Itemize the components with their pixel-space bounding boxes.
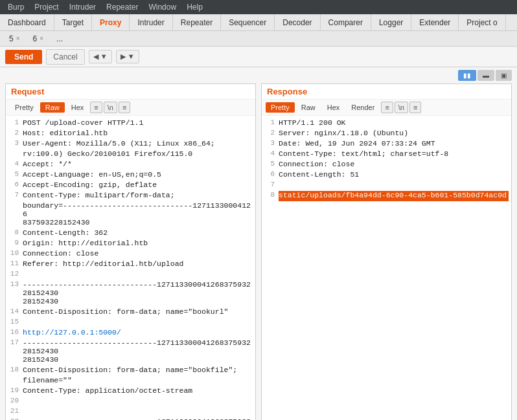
request-line-3: rv:109.0) Gecko/20100101 Firefox/115.0 bbox=[6, 149, 255, 160]
res-fmt-render[interactable]: Render bbox=[346, 102, 380, 113]
menu-help[interactable]: Help bbox=[181, 1, 208, 13]
tab-project[interactable]: Project o bbox=[459, 14, 505, 30]
request-line-22: 18Content-Disposition: form-data; name="… bbox=[6, 366, 255, 376]
menu-window[interactable]: Window bbox=[143, 1, 181, 13]
request-format-tabs: Pretty Raw Hex ≡ \n ≡ bbox=[6, 100, 255, 116]
response-line-7: 8static/uploads/fb4a94dd-6c90-4ca5-b601-… bbox=[262, 191, 511, 201]
tab-dashboard[interactable]: Dashboard bbox=[0, 14, 54, 30]
tab-proxy[interactable]: Proxy bbox=[92, 14, 130, 30]
menu-bar: Burp Project Intruder Repeater Window He… bbox=[0, 0, 517, 14]
menu-intruder[interactable]: Intruder bbox=[64, 1, 101, 13]
response-panel: Response Pretty Raw Hex Render ≡ \n ≡ 1H… bbox=[261, 83, 512, 420]
request-line-17: 14Content-Disposition: form-data; name="… bbox=[6, 307, 255, 318]
nav-back-button[interactable]: ◀ ▼ bbox=[89, 50, 112, 63]
request-line-21: 28152430 bbox=[6, 355, 255, 366]
request-line-5: 5Accept-Language: en-US,en;q=0.5 bbox=[6, 170, 255, 181]
request-line-8: boundary=-----------------------------12… bbox=[6, 201, 255, 218]
view-single[interactable]: ▣ bbox=[496, 70, 512, 81]
request-line-26: 21 bbox=[6, 407, 255, 417]
subtab-more[interactable]: ... bbox=[50, 33, 69, 45]
subtab-6-close[interactable]: × bbox=[40, 35, 43, 42]
res-fmt-raw[interactable]: Raw bbox=[296, 102, 321, 113]
request-code-area[interactable]: 1POST /upload-cover HTTP/1.12Host: edito… bbox=[6, 116, 255, 420]
panels: Request Pretty Raw Hex ≡ \n ≡ 1POST /upl… bbox=[0, 83, 517, 420]
send-button[interactable]: Send bbox=[5, 50, 42, 64]
response-code-area[interactable]: 1HTTP/1.1 200 OK2Server: nginx/1.18.0 (U… bbox=[262, 116, 511, 420]
cancel-button[interactable]: Cancel bbox=[46, 49, 84, 65]
toolbar: Send Cancel ◀ ▼ ▶ ▼ bbox=[0, 47, 517, 67]
request-line-18: 15 bbox=[6, 318, 255, 328]
request-line-14: 12 bbox=[6, 270, 255, 280]
request-line-16: 28152430 bbox=[6, 297, 255, 307]
req-fmt-icon2[interactable]: \n bbox=[104, 102, 117, 113]
request-line-23: filename="" bbox=[6, 376, 255, 386]
tab-extender[interactable]: Extender bbox=[411, 14, 459, 30]
tab-logger[interactable]: Logger bbox=[371, 14, 411, 30]
subtab-5[interactable]: 5 × bbox=[3, 33, 27, 45]
view-toggle: ▮▮ ▬ ▣ bbox=[0, 67, 517, 83]
view-split-vert[interactable]: ▬ bbox=[477, 70, 494, 81]
req-fmt-raw[interactable]: Raw bbox=[40, 102, 65, 113]
request-panel-header: Request bbox=[6, 84, 255, 100]
res-fmt-icon2[interactable]: \n bbox=[395, 102, 408, 113]
view-split-horiz[interactable]: ▮▮ bbox=[458, 70, 476, 81]
menu-project[interactable]: Project bbox=[29, 1, 63, 13]
menu-repeater[interactable]: Repeater bbox=[101, 1, 143, 13]
tab-repeater[interactable]: Repeater bbox=[173, 14, 221, 30]
request-line-15: 13------------------------------12711330… bbox=[6, 280, 255, 297]
tab-decoder[interactable]: Decoder bbox=[275, 14, 320, 30]
request-line-2: 3User-Agent: Mozilla/5.0 (X11; Linux x86… bbox=[6, 139, 255, 149]
request-line-4: 4Accept: */* bbox=[6, 160, 255, 170]
request-line-27: 22------------------------------12711330… bbox=[6, 417, 255, 420]
request-line-9: 837593228152430 bbox=[6, 218, 255, 228]
request-line-7: 7Content-Type: multipart/form-data; bbox=[6, 191, 255, 201]
subtab-5-close[interactable]: × bbox=[16, 35, 20, 42]
req-fmt-pretty[interactable]: Pretty bbox=[10, 102, 39, 113]
response-line-3: 4Content-Type: text/html; charset=utf-8 bbox=[262, 149, 511, 160]
response-line-5: 6Content-Length: 51 bbox=[262, 170, 511, 181]
response-format-tabs: Pretty Raw Hex Render ≡ \n ≡ bbox=[262, 100, 511, 116]
tab-sequencer[interactable]: Sequencer bbox=[221, 14, 275, 30]
tab-intruder[interactable]: Intruder bbox=[130, 14, 172, 30]
tab-bar: Dashboard Target Proxy Intruder Repeater… bbox=[0, 14, 517, 31]
request-line-0: 1POST /upload-cover HTTP/1.1 bbox=[6, 118, 255, 129]
request-line-20: 17------------------------------12711330… bbox=[6, 338, 255, 355]
response-line-1: 2Server: nginx/1.18.0 (Ubuntu) bbox=[262, 129, 511, 139]
req-fmt-icon1[interactable]: ≡ bbox=[90, 102, 102, 113]
subtab-5-label: 5 bbox=[9, 34, 14, 43]
request-line-6: 6Accept-Encoding: gzip, deflate bbox=[6, 181, 255, 191]
request-line-25: 20 bbox=[6, 397, 255, 407]
request-line-10: 8Content-Length: 362 bbox=[6, 228, 255, 239]
response-panel-header: Response bbox=[262, 84, 511, 100]
request-line-19: 16http://127.0.0.1:5000/ bbox=[6, 328, 255, 338]
tab-comparer[interactable]: Comparer bbox=[321, 14, 371, 30]
response-line-4: 5Connection: close bbox=[262, 160, 511, 170]
req-fmt-hex[interactable]: Hex bbox=[66, 102, 89, 113]
nav-forward-button[interactable]: ▶ ▼ bbox=[116, 50, 139, 63]
subtab-6[interactable]: 6 × bbox=[27, 33, 51, 45]
tab-target[interactable]: Target bbox=[54, 14, 92, 30]
request-line-13: 11Referer: http://editorial.htb/upload bbox=[6, 260, 255, 270]
res-fmt-icon3[interactable]: ≡ bbox=[409, 102, 421, 113]
menu-burp[interactable]: Burp bbox=[3, 1, 29, 13]
main-content: ▮▮ ▬ ▣ Request Pretty Raw Hex ≡ \n ≡ 1PO… bbox=[0, 67, 517, 420]
res-fmt-pretty[interactable]: Pretty bbox=[266, 102, 295, 113]
request-line-11: 9Origin: http://editorial.htb bbox=[6, 239, 255, 249]
response-line-6: 7 bbox=[262, 181, 511, 191]
res-fmt-hex[interactable]: Hex bbox=[322, 102, 345, 113]
response-line-0: 1HTTP/1.1 200 OK bbox=[262, 118, 511, 129]
request-panel: Request Pretty Raw Hex ≡ \n ≡ 1POST /upl… bbox=[5, 83, 256, 420]
subtab-more-label: ... bbox=[56, 34, 63, 43]
request-line-1: 2Host: editorial.htb bbox=[6, 129, 255, 139]
subtab-6-label: 6 bbox=[33, 34, 38, 43]
response-line-2: 3Date: Wed, 19 Jun 2024 07:33:24 GMT bbox=[262, 139, 511, 149]
subtab-bar: 5 × 6 × ... bbox=[0, 31, 517, 47]
res-fmt-icon1[interactable]: ≡ bbox=[381, 102, 393, 113]
request-line-24: 19Content-Type: application/octet-stream bbox=[6, 386, 255, 397]
req-fmt-icon3[interactable]: ≡ bbox=[119, 102, 130, 113]
request-line-12: 10Connection: close bbox=[6, 249, 255, 260]
